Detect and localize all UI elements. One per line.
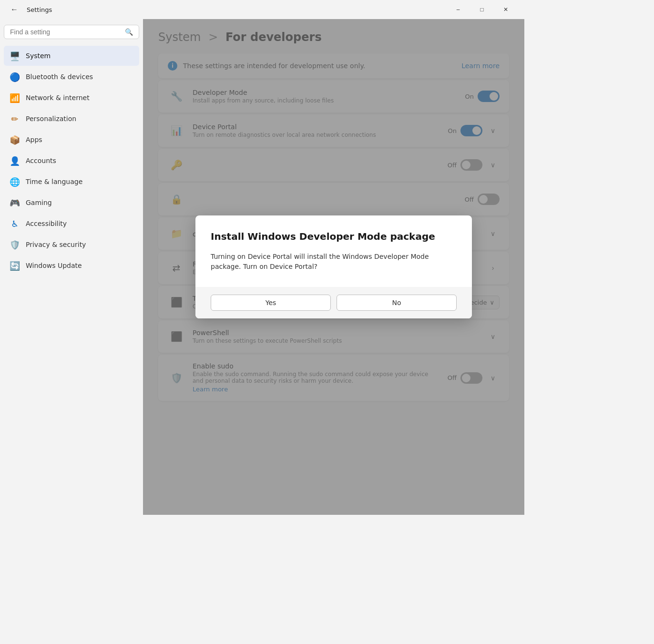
maximize-button[interactable]: □ xyxy=(471,2,493,17)
content-area: System > For developers i These settings… xyxy=(143,19,524,515)
search-input[interactable] xyxy=(10,28,125,36)
search-icon: 🔍 xyxy=(125,28,133,36)
accounts-icon: 👤 xyxy=(10,155,20,166)
personalization-icon: ✏️ xyxy=(10,113,20,124)
sidebar-item-accounts-label: Accounts xyxy=(26,157,56,164)
sidebar-item-accounts[interactable]: 👤 Accounts xyxy=(4,151,139,171)
gaming-icon: 🎮 xyxy=(10,197,20,208)
sidebar-item-network[interactable]: 📶 Network & internet xyxy=(4,88,139,108)
sidebar-item-time[interactable]: 🌐 Time & language xyxy=(4,172,139,192)
back-button[interactable]: ← xyxy=(8,3,21,16)
modal-footer: Yes No xyxy=(195,287,472,318)
sidebar-item-personalization-label: Personalization xyxy=(26,115,76,123)
sidebar-item-accessibility[interactable]: ♿ Accessibility xyxy=(4,214,139,234)
system-icon: 🖥️ xyxy=(10,51,20,61)
sidebar-item-system[interactable]: 🖥️ System xyxy=(4,46,139,66)
accessibility-icon: ♿ xyxy=(10,218,20,229)
sidebar-item-bluetooth[interactable]: 🔵 Bluetooth & devices xyxy=(4,67,139,87)
update-icon: 🔄 xyxy=(10,260,20,271)
apps-icon: 📦 xyxy=(10,134,20,145)
main-layout: 🔍 🖥️ System 🔵 Bluetooth & devices 📶 Netw… xyxy=(0,19,524,515)
modal-body: Turning on Device Portal will install th… xyxy=(211,252,457,272)
sidebar-item-time-label: Time & language xyxy=(26,178,82,185)
network-icon: 📶 xyxy=(10,92,20,103)
modal-no-button[interactable]: No xyxy=(337,295,457,311)
sidebar-item-network-label: Network & internet xyxy=(26,94,90,102)
sidebar-item-apps-label: Apps xyxy=(26,136,42,143)
sidebar-item-apps[interactable]: 📦 Apps xyxy=(4,130,139,150)
sidebar-item-personalization[interactable]: ✏️ Personalization xyxy=(4,109,139,129)
modal-dialog: Install Windows Developer Mode package T… xyxy=(195,215,472,318)
sidebar-item-update-label: Windows Update xyxy=(26,262,82,269)
modal-overlay: Install Windows Developer Mode package T… xyxy=(143,19,524,515)
bluetooth-icon: 🔵 xyxy=(10,72,20,82)
sidebar-item-privacy-label: Privacy & security xyxy=(26,241,86,248)
title-bar: ← Settings – □ ✕ xyxy=(0,0,524,19)
app-title: Settings xyxy=(27,6,52,13)
sidebar-item-bluetooth-label: Bluetooth & devices xyxy=(26,73,93,81)
sidebar-item-privacy[interactable]: 🛡️ Privacy & security xyxy=(4,235,139,255)
sidebar-item-accessibility-label: Accessibility xyxy=(26,220,67,227)
modal-yes-button[interactable]: Yes xyxy=(211,295,331,311)
minimize-button[interactable]: – xyxy=(447,2,469,17)
search-box[interactable]: 🔍 xyxy=(4,25,139,39)
sidebar: 🔍 🖥️ System 🔵 Bluetooth & devices 📶 Netw… xyxy=(0,19,143,515)
sidebar-item-system-label: System xyxy=(26,52,51,60)
modal-title: Install Windows Developer Mode package xyxy=(211,231,457,242)
privacy-icon: 🛡️ xyxy=(10,239,20,250)
sidebar-item-gaming-label: Gaming xyxy=(26,199,52,206)
sidebar-item-update[interactable]: 🔄 Windows Update xyxy=(4,256,139,276)
close-button[interactable]: ✕ xyxy=(495,2,517,17)
sidebar-item-gaming[interactable]: 🎮 Gaming xyxy=(4,193,139,213)
time-icon: 🌐 xyxy=(10,176,20,187)
window-controls: – □ ✕ xyxy=(447,2,517,17)
title-bar-left: ← Settings xyxy=(8,3,52,16)
